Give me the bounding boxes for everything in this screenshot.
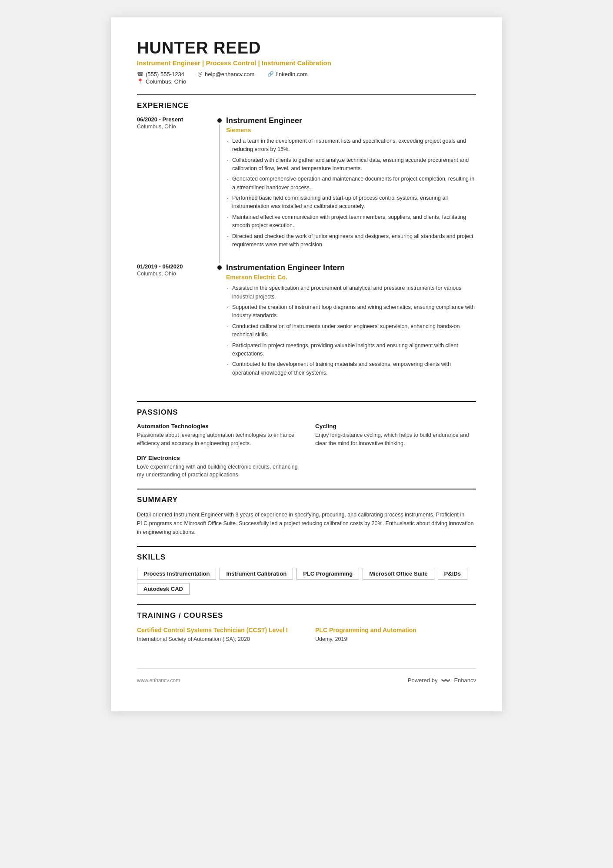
bullet-item: Maintained effective communication with … bbox=[226, 213, 476, 230]
bullet-item: Directed and checked the work of junior … bbox=[226, 232, 476, 249]
passions-grid: Automation Technologies Passionate about… bbox=[137, 423, 476, 479]
location-icon: 📍 bbox=[137, 78, 143, 84]
phone-number: (555) 555-1234 bbox=[146, 71, 184, 77]
experience-section-title: EXPERIENCE bbox=[137, 101, 476, 110]
passion-item: DIY Electronics Love experimenting with … bbox=[137, 455, 298, 479]
summary-section-title: SUMMARY bbox=[137, 496, 476, 504]
footer-brand: Powered by 〰️ Enhancv bbox=[408, 676, 476, 685]
passion-title: DIY Electronics bbox=[137, 455, 298, 461]
skills-grid: Process InstrumentationInstrument Calibr… bbox=[137, 568, 476, 595]
linkedin-contact: 🔗 linkedin.com bbox=[267, 71, 307, 77]
location-item: 📍 Columbus, Ohio bbox=[137, 78, 186, 85]
training-title: PLC Programming and Automation bbox=[315, 626, 476, 635]
exp-left: 06/2020 - Present Columbus, Ohio bbox=[137, 116, 213, 264]
footer-website: www.enhancv.com bbox=[137, 677, 180, 684]
resume-footer: www.enhancv.com Powered by 〰️ Enhancv bbox=[137, 668, 476, 685]
bullets-list: Assisted in the specification and procur… bbox=[226, 284, 476, 377]
bullet-item: Participated in project meetings, provid… bbox=[226, 342, 476, 359]
bullet-item: Conducted calibration of instruments und… bbox=[226, 322, 476, 339]
training-org: International Society of Automation (ISA… bbox=[137, 636, 298, 642]
bullet-item: Led a team in the development of instrum… bbox=[226, 137, 476, 154]
training-section-title: TRAINING / COURSES bbox=[137, 611, 476, 620]
bullet-item: Supported the creation of instrument loo… bbox=[226, 303, 476, 320]
passions-section-title: PASSIONS bbox=[137, 408, 476, 417]
training-title: Certified Control Systems Technician (CC… bbox=[137, 626, 298, 635]
passion-title: Cycling bbox=[315, 423, 476, 429]
email-icon: @ bbox=[197, 71, 203, 77]
skills-section-title: SKILLS bbox=[137, 553, 476, 562]
training-org: Udemy, 2019 bbox=[315, 636, 476, 642]
linkedin-url: linkedin.com bbox=[276, 71, 307, 77]
exp-location: Columbus, Ohio bbox=[137, 124, 213, 130]
summary-divider bbox=[137, 489, 476, 489]
email-address: help@enhancv.com bbox=[205, 71, 254, 77]
skill-badge: Autodesk CAD bbox=[137, 583, 190, 595]
bullet-item: Collaborated with clients to gather and … bbox=[226, 156, 476, 173]
resume-container: HUNTER REED Instrument Engineer | Proces… bbox=[111, 17, 502, 711]
skill-badge: Microsoft Office Suite bbox=[363, 568, 434, 580]
exp-location: Columbus, Ohio bbox=[137, 271, 213, 277]
linkedin-icon: 🔗 bbox=[267, 71, 274, 77]
experience-item: 06/2020 - Present Columbus, Ohio Instrum… bbox=[137, 116, 476, 264]
job-title: Instrument Engineer bbox=[226, 116, 476, 125]
passion-description: Passionate about leveraging automation t… bbox=[137, 431, 298, 448]
exp-timeline bbox=[213, 263, 226, 392]
header: HUNTER REED Instrument Engineer | Proces… bbox=[137, 39, 476, 85]
email-contact: @ help@enhancv.com bbox=[197, 71, 254, 77]
experience-list: 06/2020 - Present Columbus, Ohio Instrum… bbox=[137, 116, 476, 392]
bullet-item: Generated comprehensive operation and ma… bbox=[226, 175, 476, 192]
brand-name: Enhancv bbox=[454, 677, 476, 684]
exp-left: 01/2019 - 05/2020 Columbus, Ohio bbox=[137, 263, 213, 392]
candidate-title: Instrument Engineer | Process Control | … bbox=[137, 59, 476, 67]
passion-item: Cycling Enjoy long-distance cycling, whi… bbox=[315, 423, 476, 448]
location-contact: 📍 Columbus, Ohio bbox=[137, 78, 476, 85]
bullet-item: Performed basic field commissioning and … bbox=[226, 194, 476, 211]
phone-contact: ☎ (555) 555-1234 bbox=[137, 71, 184, 77]
powered-by-text: Powered by bbox=[408, 677, 438, 684]
timeline-line bbox=[219, 124, 220, 264]
bullets-list: Led a team in the development of instrum… bbox=[226, 137, 476, 249]
training-grid: Certified Control Systems Technician (CC… bbox=[137, 626, 476, 642]
timeline-dot bbox=[217, 118, 222, 123]
training-item: Certified Control Systems Technician (CC… bbox=[137, 626, 298, 642]
bullet-item: Assisted in the specification and procur… bbox=[226, 284, 476, 301]
skill-badge: P&IDs bbox=[438, 568, 467, 580]
exp-date: 06/2020 - Present bbox=[137, 116, 213, 123]
passion-title: Automation Technologies bbox=[137, 423, 298, 429]
bullet-item: Contributed to the development of traini… bbox=[226, 360, 476, 377]
training-divider bbox=[137, 604, 476, 605]
location-text: Columbus, Ohio bbox=[146, 78, 186, 85]
experience-item: 01/2019 - 05/2020 Columbus, Ohio Instrum… bbox=[137, 263, 476, 392]
exp-right: Instrumentation Engineer Intern Emerson … bbox=[226, 263, 476, 392]
company-name: Emerson Electric Co. bbox=[226, 274, 476, 281]
skill-badge: Process Instrumentation bbox=[137, 568, 216, 580]
passion-description: Love experimenting with and building ele… bbox=[137, 463, 298, 479]
skill-badge: Instrument Calibration bbox=[220, 568, 293, 580]
timeline-dot bbox=[217, 265, 222, 270]
exp-right: Instrument Engineer Siemens Led a team i… bbox=[226, 116, 476, 264]
contact-info: ☎ (555) 555-1234 @ help@enhancv.com 🔗 li… bbox=[137, 71, 476, 77]
candidate-name: HUNTER REED bbox=[137, 39, 476, 57]
exp-timeline bbox=[213, 116, 226, 264]
summary-text: Detail-oriented Instrument Engineer with… bbox=[137, 510, 476, 536]
exp-date: 01/2019 - 05/2020 bbox=[137, 263, 213, 270]
training-item: PLC Programming and Automation Udemy, 20… bbox=[315, 626, 476, 642]
enhancv-logo-icon: 〰️ bbox=[441, 676, 450, 685]
passion-description: Enjoy long-distance cycling, which helps… bbox=[315, 431, 476, 448]
company-name: Siemens bbox=[226, 127, 476, 134]
skills-divider bbox=[137, 546, 476, 547]
passions-divider bbox=[137, 401, 476, 402]
passion-item: Automation Technologies Passionate about… bbox=[137, 423, 298, 448]
skill-badge: PLC Programming bbox=[297, 568, 359, 580]
job-title: Instrumentation Engineer Intern bbox=[226, 263, 476, 272]
experience-divider bbox=[137, 94, 476, 95]
phone-icon: ☎ bbox=[137, 71, 143, 77]
